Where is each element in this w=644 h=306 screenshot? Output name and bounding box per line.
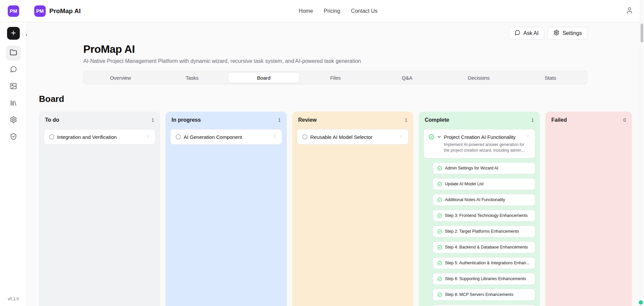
check-circle-icon[interactable] (428, 134, 434, 140)
nav-link-contact-us[interactable]: Contact Us (351, 8, 377, 14)
sidebar-item-media[interactable] (6, 79, 21, 94)
grip-icon[interactable] (272, 134, 277, 139)
circle-icon[interactable] (175, 134, 181, 140)
check-circle-icon (437, 166, 442, 171)
kanban-column-todo: To do1Integration and Verification (39, 112, 160, 306)
check-circle-icon (437, 276, 442, 281)
grip-icon[interactable] (525, 134, 530, 139)
column-cards: Project Creation AI FunctionalityImpleme… (423, 129, 535, 306)
sidebar-item-projects[interactable] (6, 46, 21, 61)
task-card[interactable]: Project Creation AI FunctionalityImpleme… (423, 129, 535, 158)
sidebar-expand-button[interactable] (23, 32, 30, 39)
app-window: PM PM ProMap AI Home Pricing Contact Us (0, 0, 644, 306)
tab-decisions[interactable]: Decisions (443, 72, 514, 83)
subtask-title: Update AI Model List (445, 182, 484, 186)
column-count-badge: 0 (623, 117, 626, 123)
circle-icon[interactable] (49, 134, 55, 140)
column-title: In progress (172, 117, 201, 123)
subtask-card[interactable]: Step 5: Authentication & Integrations En… (433, 257, 535, 269)
column-count-badge: 1 (405, 117, 407, 123)
nav-link-home[interactable]: Home (299, 8, 313, 14)
main-content: Ask AI Settings ProMap AI AI-Native Proj… (27, 22, 644, 306)
sidebar-item-security[interactable] (6, 130, 21, 145)
check-circle-icon (437, 182, 442, 187)
subtask-card[interactable]: Update AI Model List (433, 178, 535, 190)
grip-icon[interactable] (146, 134, 150, 139)
sidebar-brand-rail: PM (0, 5, 27, 17)
top-navbar: PM PM ProMap AI Home Pricing Contact Us (0, 0, 644, 22)
check-circle-icon (437, 197, 442, 202)
tab-qa[interactable]: Q&A (371, 72, 443, 83)
column-title: Complete (425, 117, 449, 123)
sidebar-item-library[interactable] (6, 96, 21, 111)
tab-board[interactable]: Board (228, 72, 300, 83)
task-card[interactable]: Integration and Verification (44, 129, 155, 145)
project-subtitle: AI-Native Project Management Platform wi… (83, 58, 588, 64)
task-card[interactable]: Reusable AI Model Selector (297, 129, 409, 145)
sidebar-item-settings[interactable] (6, 113, 21, 128)
column-cards: Integration and Verification (44, 129, 155, 145)
user-menu-button[interactable] (625, 6, 634, 16)
column-header: Complete1 (423, 116, 535, 124)
vertical-scrollbar[interactable] (640, 0, 644, 306)
tab-stats[interactable]: Stats (515, 72, 586, 83)
subtask-title: Step 4: Backend & Database Enhancements (445, 245, 528, 250)
subtask-card[interactable]: Step 4: Backend & Database Enhancements (433, 241, 535, 253)
sidebar: v0.1.0 (0, 22, 27, 306)
tab-bar: Overview Tasks Board Files Q&A Decisions… (83, 71, 588, 84)
check-circle-icon (437, 261, 442, 266)
board-heading: Board (39, 94, 632, 104)
chevron-down-icon[interactable] (437, 135, 442, 139)
board-columns: To do1Integration and VerificationIn pro… (39, 112, 632, 306)
subtask-title: Admin Settings for Wizard AI (445, 166, 498, 170)
task-card-header: Integration and Verification (49, 134, 150, 140)
subtask-card[interactable]: Step 8: MCP Servers Enhancements (433, 289, 535, 301)
status-indicator-dot (639, 300, 643, 305)
header-actions: Ask AI Settings (83, 27, 588, 40)
sidebar-item-chat[interactable] (6, 63, 21, 77)
column-title: Review (298, 117, 317, 123)
subtask-card[interactable]: Additional Notes AI Functionality (433, 194, 535, 206)
settings-label: Settings (562, 30, 582, 36)
tab-overview[interactable]: Overview (85, 72, 156, 83)
settings-button[interactable]: Settings (548, 27, 588, 40)
column-count-badge: 1 (151, 117, 154, 123)
subtask-card[interactable]: Step 6: Supporting Libraries Enhancement… (433, 273, 535, 285)
subtask-card[interactable]: Admin Settings for Wizard AI (433, 162, 535, 174)
project-title: ProMap AI (83, 43, 588, 55)
check-circle-icon (437, 245, 442, 250)
chevron-right-icon (25, 33, 29, 38)
column-cards: Reusable AI Model Selector (297, 129, 409, 145)
app-logo: PM (34, 5, 46, 17)
subtask-card[interactable]: Step 9: Style Guidelines Enhancements (433, 305, 535, 306)
add-button[interactable] (7, 27, 20, 40)
gear-icon (10, 116, 17, 125)
task-title: AI Generation Component (184, 134, 268, 140)
subtask-card[interactable]: Step 3: Frontend Technology Enhancements (433, 210, 535, 222)
nav-links: Home Pricing Contact Us (299, 8, 378, 14)
grip-icon[interactable] (399, 134, 404, 139)
nav-link-pricing[interactable]: Pricing (324, 8, 340, 14)
check-circle-icon (437, 292, 442, 297)
library-icon (10, 99, 17, 108)
scrollbar-thumb[interactable] (641, 24, 643, 42)
subtask-title: Step 5: Authentication & Integrations En… (445, 261, 531, 265)
check-circle-icon (437, 229, 442, 234)
gear-icon (553, 30, 559, 37)
tab-files[interactable]: Files (300, 72, 371, 83)
circle-icon[interactable] (302, 134, 308, 140)
kanban-column-complete: Complete1Project Creation AI Functionali… (419, 112, 540, 306)
chat-bubble-icon (514, 30, 520, 37)
image-icon (10, 82, 17, 91)
tab-tasks[interactable]: Tasks (156, 72, 228, 83)
project-header: Ask AI Settings ProMap AI AI-Native Proj… (83, 27, 588, 84)
ask-ai-label: Ask AI (523, 30, 539, 36)
kanban-column-in-progress: In progress1AI Generation Component (166, 112, 287, 306)
ask-ai-button[interactable]: Ask AI (509, 27, 544, 40)
chat-bubble-icon (10, 66, 17, 74)
kanban-column-review: Review1Reusable AI Model Selector (292, 112, 413, 306)
column-header: Review1 (297, 116, 409, 124)
column-title: Failed (551, 117, 567, 123)
task-card[interactable]: AI Generation Component (170, 129, 282, 145)
subtask-card[interactable]: Step 2: Target Platforms Enhancements (433, 226, 535, 237)
